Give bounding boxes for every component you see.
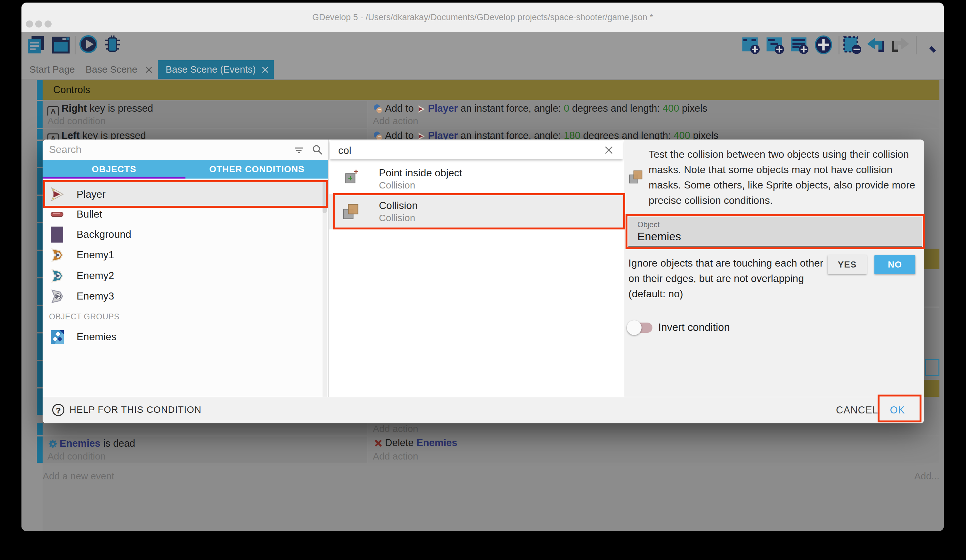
scrollbar-thumb[interactable] — [322, 181, 327, 213]
tab-close-icon[interactable] — [145, 65, 153, 74]
event-handle — [37, 168, 43, 195]
row-divider — [924, 306, 940, 308]
add-comment-icon[interactable] — [790, 36, 809, 54]
condition-query-input[interactable] — [330, 141, 632, 160]
list-item-player[interactable]: Player — [43, 181, 328, 207]
undo-icon[interactable] — [866, 36, 886, 54]
invert-toggle-knob[interactable] — [627, 320, 642, 335]
result-subtitle: Collision — [379, 212, 616, 224]
help-link[interactable]: HELP FOR THIS CONDITION — [69, 400, 202, 420]
object-groups-header: OBJECT GROUPS — [49, 309, 120, 324]
result-title: Point inside object — [379, 166, 616, 179]
no-button[interactable]: NO — [874, 255, 915, 274]
scene-editor-icon[interactable] — [51, 36, 71, 54]
clear-search-icon[interactable] — [604, 145, 614, 155]
delete-x-icon — [373, 439, 383, 448]
add-event-icon[interactable] — [741, 36, 760, 54]
tab-base-scene-events[interactable]: Base Scene (Events) — [158, 60, 274, 79]
add-more-link[interactable]: Add... — [894, 470, 940, 482]
list-item-enemy1[interactable]: Enemy1 — [43, 245, 328, 265]
event-group-header[interactable]: Controls — [43, 80, 940, 100]
add-circle-icon[interactable] — [814, 35, 833, 54]
result-subtitle: Collision — [379, 179, 616, 192]
toolbar-separator — [838, 36, 840, 54]
ok-button[interactable]: OK — [881, 400, 913, 421]
cancel-button[interactable]: CANCEL — [835, 400, 879, 421]
ignore-line: on their edges, but are not overlapping — [628, 271, 840, 286]
list-item-label: Enemy2 — [77, 265, 114, 286]
object-search-input[interactable] — [43, 139, 289, 159]
search-icon — [312, 144, 323, 156]
add-action-link[interactable]: Add action — [373, 450, 418, 463]
result-title: Collision — [379, 199, 616, 212]
background-icon — [51, 226, 63, 242]
toolbar-search-icon[interactable] — [920, 35, 939, 54]
condition-text[interactable]: Enemies is dead — [48, 437, 365, 450]
field-value: Enemies — [637, 230, 681, 243]
list-item-background[interactable]: Background — [43, 224, 328, 244]
play-preview-icon[interactable] — [79, 35, 97, 53]
event-handle — [37, 423, 43, 435]
enemy2-ship-icon — [50, 269, 64, 283]
event-handle — [37, 251, 43, 277]
tab-base-scene[interactable]: Base Scene — [85, 60, 137, 79]
result-point-inside[interactable]: Point inside object Collision — [329, 160, 624, 194]
filter-icon[interactable] — [293, 145, 305, 156]
project-manager-icon[interactable] — [26, 35, 46, 55]
bullet-icon — [50, 211, 64, 218]
add-subevent-icon[interactable] — [766, 36, 784, 54]
event-handle — [37, 278, 43, 305]
tab-start-page[interactable]: Start Page — [30, 60, 75, 79]
tab-label: Base Scene (Events) — [166, 60, 256, 79]
tab-close-icon[interactable] — [261, 65, 269, 74]
window-title: GDevelop 5 - /Users/dkarakay/Documents/G… — [21, 3, 944, 32]
collision-icon — [342, 202, 360, 220]
event-handle — [37, 306, 43, 332]
event-handle — [37, 196, 43, 222]
list-item-enemy3[interactable]: Enemy3 — [43, 286, 328, 306]
event-group-sliver — [924, 380, 940, 397]
add-action-link[interactable]: Add action — [373, 423, 418, 435]
scrollbar-track[interactable] — [322, 181, 327, 397]
event-handle — [37, 437, 43, 463]
tab-objects[interactable]: OBJECTS — [43, 160, 186, 178]
add-new-event-link[interactable]: Add a new event — [43, 470, 114, 482]
ignore-line: (default: no) — [628, 286, 840, 301]
event-handle — [37, 361, 43, 387]
list-item-label: Enemy1 — [77, 245, 114, 265]
results-panel: Point inside object Collision Collision … — [329, 139, 624, 397]
action-cell[interactable] — [368, 423, 940, 435]
event-group-sliver — [924, 249, 940, 269]
event-handle — [37, 334, 43, 360]
debug-bug-icon[interactable] — [102, 34, 122, 54]
remove-selection-icon[interactable] — [843, 36, 862, 54]
list-item-label: Bullet — [77, 204, 102, 224]
point-inside-object-icon — [344, 168, 360, 184]
event-handle — [37, 141, 43, 167]
add-condition-link[interactable]: Add condition — [48, 450, 106, 463]
add-action-link[interactable]: Add action — [373, 115, 418, 128]
list-item-label: Player — [77, 181, 106, 207]
condition-cell[interactable] — [43, 423, 367, 435]
force-hand-icon — [373, 104, 383, 114]
tab-other-conditions[interactable]: OTHER CONDITIONS — [186, 160, 328, 178]
result-collision[interactable]: Collision Collision — [329, 194, 624, 229]
help-icon[interactable]: ? — [52, 404, 64, 416]
active-tab-indicator — [43, 177, 186, 178]
list-item-bullet[interactable]: Bullet — [43, 204, 328, 224]
list-item-enemies-group[interactable]: Enemies — [43, 327, 328, 347]
list-item-enemy2[interactable]: Enemy2 — [43, 265, 328, 286]
ignore-edges-question: Ignore objects that are touching each ot… — [628, 255, 840, 301]
condition-text[interactable]: ARight key is pressed — [48, 102, 365, 116]
object-parameter-field[interactable]: Object Enemies — [628, 217, 922, 247]
toolbar-separator — [75, 36, 76, 54]
add-condition-link[interactable]: Add condition — [48, 115, 106, 128]
action-text[interactable]: Add to Player an instant force, angle: 0… — [373, 102, 933, 116]
redo-icon[interactable] — [891, 36, 910, 54]
yes-button[interactable]: YES — [828, 255, 867, 274]
list-item-label: Enemy3 — [77, 286, 114, 306]
query-field — [330, 141, 623, 159]
enemy1-ship-icon — [50, 248, 64, 262]
event-handle — [37, 223, 43, 250]
action-text[interactable]: Delete Enemies — [373, 436, 933, 450]
